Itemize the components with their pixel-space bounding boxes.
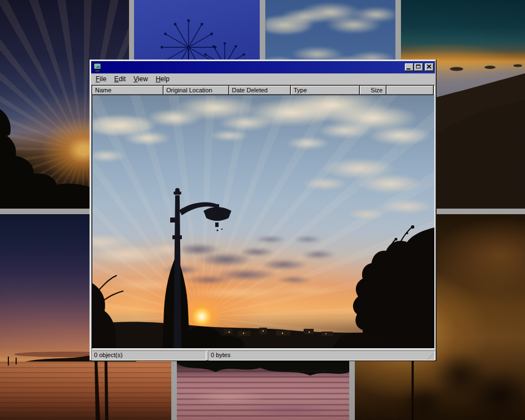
menu-help[interactable]: Help	[152, 74, 174, 85]
foreground-silhouettes	[92, 95, 434, 348]
menu-view[interactable]: View	[130, 74, 152, 85]
folder-view[interactable]	[92, 95, 434, 348]
close-icon	[427, 65, 432, 69]
resize-grip[interactable]	[427, 353, 434, 360]
minimize-icon	[407, 68, 410, 70]
computer-icon	[93, 63, 102, 72]
list-view-area: Name Original Location Date Deleted Type…	[91, 85, 435, 349]
menu-edit[interactable]: Edit	[110, 74, 130, 85]
window-titlebar[interactable]	[91, 61, 435, 73]
column-header-name[interactable]: Name	[92, 86, 164, 95]
column-header-size[interactable]: Size	[360, 86, 387, 95]
maximize-button[interactable]	[414, 63, 423, 71]
column-header-type[interactable]: Type	[291, 86, 360, 95]
menu-file[interactable]: File	[92, 74, 110, 85]
recycle-bin-window: File Edit View Help Name Original Locati…	[90, 60, 437, 361]
water-ripples	[177, 370, 349, 420]
column-header-original-location[interactable]: Original Location	[164, 86, 229, 95]
column-header-filler	[387, 86, 434, 95]
column-header-date-deleted[interactable]: Date Deleted	[229, 86, 291, 95]
menu-bar: File Edit View Help	[91, 73, 435, 85]
status-object-count: 0 object(s)	[91, 350, 206, 360]
desktop-screen: File Edit View Help Name Original Locati…	[0, 0, 525, 420]
status-bar: 0 object(s) 0 bytes	[91, 350, 435, 360]
status-total-size: 0 bytes	[208, 350, 435, 360]
column-header-row: Name Original Location Date Deleted Type…	[92, 86, 434, 95]
close-button[interactable]	[425, 63, 434, 71]
minimize-button[interactable]	[405, 63, 414, 71]
maximize-icon	[416, 65, 420, 68]
